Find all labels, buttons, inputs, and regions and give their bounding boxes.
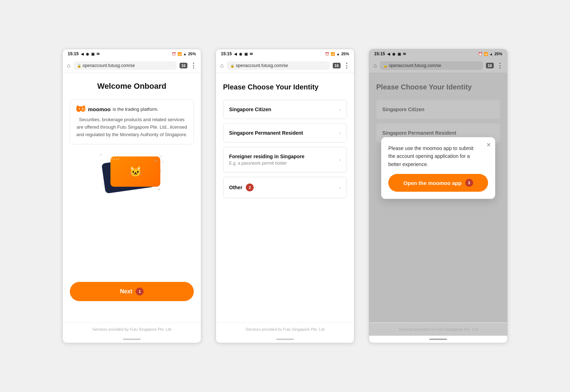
- chat-icon-3: ✉: [403, 52, 406, 56]
- illustration: • • • • 🐱 ◇ ◇ ◇ ◇ + +: [70, 153, 194, 196]
- status-right-1: ⏰ 📶 ▲ 25%: [172, 52, 196, 56]
- moomoo-logo: [76, 105, 86, 113]
- signal-icon-3: ◀: [387, 52, 390, 56]
- brand-tagline: is the trading platform.: [113, 107, 159, 112]
- svg-point-5: [79, 108, 80, 109]
- citizen-label: Singapore Citizen: [229, 107, 271, 112]
- footer-3: Services provided by Futu Singapore Pte.…: [369, 323, 507, 336]
- foreigner-label: Foreigner residing in Singapore: [229, 154, 305, 159]
- wifi-icon-1: 📶: [177, 52, 182, 56]
- status-time-1: 15:15: [68, 51, 79, 56]
- menu-dots-2[interactable]: ⋮: [343, 62, 350, 69]
- next-button[interactable]: Next 1: [70, 282, 194, 301]
- scroll-indicator-3: [429, 339, 447, 340]
- diamond-1: ◇: [100, 153, 102, 156]
- scroll-indicator-2: [276, 339, 294, 340]
- moomoo-name: moomoo: [88, 106, 110, 112]
- identity-item-foreigner[interactable]: Foreigner residing in Singapore E.g. a p…: [223, 147, 347, 172]
- identity-list: Singapore Citizen › Singapore Permanent …: [223, 100, 347, 198]
- next-label: Next: [120, 288, 133, 295]
- step-badge-1: 1: [136, 288, 144, 295]
- status-bar-1: 15:15 ◀ ◉ ▣ ✉ ⏰ 📶 ▲ 25%: [63, 49, 201, 58]
- chevron-foreigner: ›: [339, 157, 341, 163]
- brand-box: moomoo is the trading platform. Securiti…: [70, 99, 194, 144]
- tab-badge-2[interactable]: 16: [333, 63, 341, 68]
- menu-dots-3[interactable]: ⋮: [497, 62, 503, 69]
- status-left-1: 15:15 ◀ ◉ ▣ ✉: [68, 51, 99, 56]
- phone-screen-3: 15:15 ◀ ◉ ▣ ✉ ⏰ 📶 ▲ 25% ⌂ 🔒 openaccount.…: [369, 49, 508, 343]
- status-bar-3: 15:15 ◀ ◉ ▣ ✉ ⏰ 📶 ▲ 25%: [369, 49, 507, 58]
- lock-icon-2: 🔒: [230, 64, 234, 68]
- url-box-3[interactable]: 🔒 openaccount.futusg.com/se: [380, 61, 483, 70]
- modal-overlay: ✕ Please use the moomoo app to submit th…: [369, 73, 507, 323]
- identity-item-other[interactable]: Other 2 ›: [223, 177, 347, 198]
- url-box-1[interactable]: 🔒 openaccount.futusg.com/se: [73, 61, 177, 70]
- card-illustration: • • • • 🐱 ◇ ◇ ◇ ◇ + +: [100, 153, 164, 196]
- modal-text: Please use the moomoo app to submit the …: [388, 144, 488, 168]
- card-cat-icon: 🐱: [129, 166, 142, 177]
- open-app-label: Open the moomoo app: [403, 180, 461, 186]
- lock-icon-1: 🔒: [77, 64, 81, 68]
- sim-icon-1: ▣: [91, 52, 94, 56]
- modal-box: ✕ Please use the moomoo app to submit th…: [381, 137, 495, 199]
- tab-badge-3[interactable]: 16: [486, 63, 494, 68]
- network-icon-1: ▲: [183, 52, 187, 56]
- status-left-2: 15:15 ◀ ◉ ▣ ✉: [221, 51, 253, 56]
- network-icon-2: ▲: [336, 52, 340, 56]
- moomoo-logo-svg: [76, 105, 86, 113]
- screen2-content: Please Choose Your Identity Singapore Ci…: [216, 73, 354, 323]
- status-right-2: ⏰ 📶 ▲ 25%: [325, 52, 349, 56]
- svg-point-4: [83, 105, 85, 108]
- url-box-2[interactable]: 🔒 openaccount.futusg.com/se: [227, 61, 330, 70]
- svg-point-6: [82, 108, 83, 109]
- url-text-1: openaccount.futusg.com/se: [83, 63, 135, 68]
- identity-item-citizen[interactable]: Singapore Citizen ›: [223, 100, 347, 119]
- identity-item-pr[interactable]: Singapore Permanent Resident ›: [223, 123, 347, 143]
- menu-dots-1[interactable]: ⋮: [190, 62, 197, 69]
- wifi-icon-2: 📶: [331, 52, 335, 56]
- modal-close-button[interactable]: ✕: [486, 141, 491, 148]
- chevron-pr: ›: [339, 130, 341, 136]
- screen2-title: Please Choose Your Identity: [223, 82, 347, 93]
- svg-point-3: [77, 105, 79, 108]
- address-bar-2: ⌂ 🔒 openaccount.futusg.com/se 16 ⋮: [216, 58, 354, 73]
- location-icon-3: ◉: [392, 52, 395, 56]
- screen3-content: Please Choose Your Identity Singapore Ci…: [369, 73, 507, 323]
- network-icon-3: ▲: [489, 52, 493, 56]
- wifi-icon-3: 📶: [484, 52, 488, 56]
- location-icon-1: ◉: [86, 52, 89, 56]
- home-icon-1[interactable]: ⌂: [67, 62, 71, 69]
- footer-2: Services provided by Futu Singapore Pte.…: [216, 323, 354, 336]
- signal-icon-1: ◀: [81, 52, 84, 56]
- foreigner-sub: E.g. a pass/work permit holder: [229, 161, 305, 166]
- card-front: • • • • 🐱: [110, 156, 160, 187]
- chevron-other: ›: [339, 185, 341, 190]
- chevron-citizen: ›: [339, 107, 341, 112]
- screen1-content: Welcome Onboard: [63, 73, 201, 323]
- alarm-icon-3: ⏰: [478, 52, 482, 56]
- phone-screen-2: 15:15 ◀ ◉ ▣ ✉ ⏰ 📶 ▲ 25% ⌂ 🔒 openaccount.…: [216, 49, 354, 343]
- pr-label: Singapore Permanent Resident: [229, 130, 303, 136]
- plus-1: +: [154, 158, 157, 163]
- other-label: Other: [229, 185, 242, 190]
- brand-description: Securities, brokerage products and relat…: [76, 116, 188, 138]
- step-badge-2: 2: [246, 184, 254, 191]
- alarm-icon-2: ⏰: [325, 52, 329, 56]
- home-icon-2[interactable]: ⌂: [220, 62, 224, 69]
- diamond-3: ◇: [105, 191, 107, 194]
- address-bar-1: ⌂ 🔒 openaccount.futusg.com/se 16 ⋮: [63, 58, 201, 73]
- step-badge-3: 3: [465, 179, 473, 187]
- home-icon-3[interactable]: ⌂: [373, 62, 377, 69]
- plus-2: +: [158, 187, 160, 192]
- phone-screen-1: 15:15 ◀ ◉ ▣ ✉ ⏰ 📶 ▲ 25% ⌂ 🔒 openaccount.…: [62, 49, 201, 343]
- diamond-2: ◇: [160, 155, 162, 158]
- status-right-3: ⏰ 📶 ▲ 25%: [478, 52, 502, 56]
- battery-3: 25%: [494, 52, 502, 56]
- sim-icon-3: ▣: [398, 52, 401, 56]
- location-icon-2: ◉: [239, 52, 242, 56]
- brand-line: moomoo is the trading platform.: [76, 105, 188, 113]
- tab-badge-1[interactable]: 16: [180, 63, 187, 68]
- footer-1: Services provided by Futu Singapore Pte.…: [63, 323, 201, 336]
- open-app-button[interactable]: Open the moomoo app 3: [388, 174, 488, 192]
- card-dots: • • • •: [111, 157, 119, 161]
